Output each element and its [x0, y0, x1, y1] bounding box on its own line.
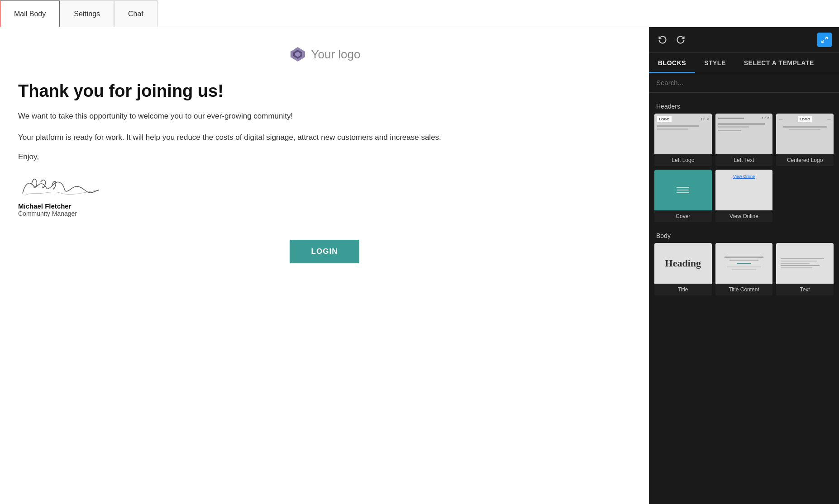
login-button[interactable]: LOGIN	[290, 240, 360, 263]
sidebar: BLOCKS STYLE SELECT A TEMPLATE Headers	[649, 27, 839, 504]
signature-name: Michael Fletcher	[18, 202, 631, 210]
block-title-content[interactable]: Title Content	[715, 243, 773, 295]
block-centered-logo-label: Centered Logo	[776, 154, 834, 166]
block-view-online[interactable]: View Online View Online	[715, 170, 773, 222]
logo-icon	[289, 45, 307, 63]
section-headers-label: Headers	[649, 98, 839, 114]
sidebar-search-area	[649, 73, 839, 93]
section-body-label: Body	[649, 228, 839, 243]
logo-text: Your logo	[311, 48, 361, 62]
body-grid: Heading Title	[649, 243, 839, 301]
block-text-preview	[776, 243, 834, 284]
email-enjoy: Enjoy,	[18, 152, 631, 162]
main-layout: Your logo Thank you for joining us! We w…	[0, 27, 839, 504]
block-view-online-preview: View Online	[715, 170, 773, 210]
sidebar-content: Headers LOGO f in ✕ Left	[649, 93, 839, 504]
block-centered-logo[interactable]: — LOGO — Centered Logo	[776, 114, 834, 166]
tab-mail-body[interactable]: Mail Body	[0, 0, 60, 27]
email-paragraph1: We want to take this opportunity to welc…	[18, 110, 631, 122]
tab-settings[interactable]: Settings	[60, 0, 114, 27]
cover-lines-icon	[677, 187, 689, 193]
block-title-label: Title	[654, 284, 712, 295]
sidebar-toolbar	[649, 27, 839, 53]
block-cover-preview	[654, 170, 712, 210]
email-heading: Thank you for joining us!	[18, 81, 631, 101]
block-left-logo-preview: LOGO f in ✕	[654, 114, 712, 154]
tab-bar: Mail Body Settings Chat	[0, 0, 839, 27]
block-cover[interactable]: Cover	[654, 170, 712, 222]
block-left-text-preview: f in ✕	[715, 114, 773, 154]
email-preview: Your logo Thank you for joining us! We w…	[0, 27, 649, 504]
block-title-content-label: Title Content	[715, 284, 773, 295]
signature-title: Community Manager	[18, 210, 631, 217]
block-title-content-preview	[715, 243, 773, 284]
block-left-text[interactable]: f in ✕ Left Text	[715, 114, 773, 166]
block-left-text-label: Left Text	[715, 154, 773, 166]
sidebar-tab-select-template[interactable]: SELECT A TEMPLATE	[735, 53, 823, 73]
sidebar-tabs: BLOCKS STYLE SELECT A TEMPLATE	[649, 53, 839, 73]
email-logo-area: Your logo	[18, 45, 631, 63]
signature-area: Michael Fletcher Community Manager	[18, 171, 631, 217]
signature-image	[18, 171, 100, 202]
headers-grid: LOGO f in ✕ Left Logo	[649, 114, 839, 228]
block-cover-label: Cover	[654, 210, 712, 222]
email-paragraph2: Your platform is ready for work. It will…	[18, 131, 631, 143]
tab-chat[interactable]: Chat	[114, 0, 157, 27]
block-view-online-label: View Online	[715, 210, 773, 222]
expand-button[interactable]	[817, 33, 832, 47]
undo-button[interactable]	[656, 33, 669, 46]
sidebar-tab-style[interactable]: STYLE	[695, 53, 735, 73]
block-text[interactable]: Text	[776, 243, 834, 295]
redo-button[interactable]	[674, 33, 687, 46]
search-input[interactable]	[656, 79, 832, 86]
block-title[interactable]: Heading Title	[654, 243, 712, 295]
sidebar-tab-blocks[interactable]: BLOCKS	[649, 53, 695, 73]
block-centered-logo-preview: — LOGO —	[776, 114, 834, 154]
block-left-logo[interactable]: LOGO f in ✕ Left Logo	[654, 114, 712, 166]
block-text-label: Text	[776, 284, 834, 295]
block-title-preview: Heading	[654, 243, 712, 284]
block-left-logo-label: Left Logo	[654, 154, 712, 166]
login-button-wrapper: LOGIN	[18, 240, 631, 263]
